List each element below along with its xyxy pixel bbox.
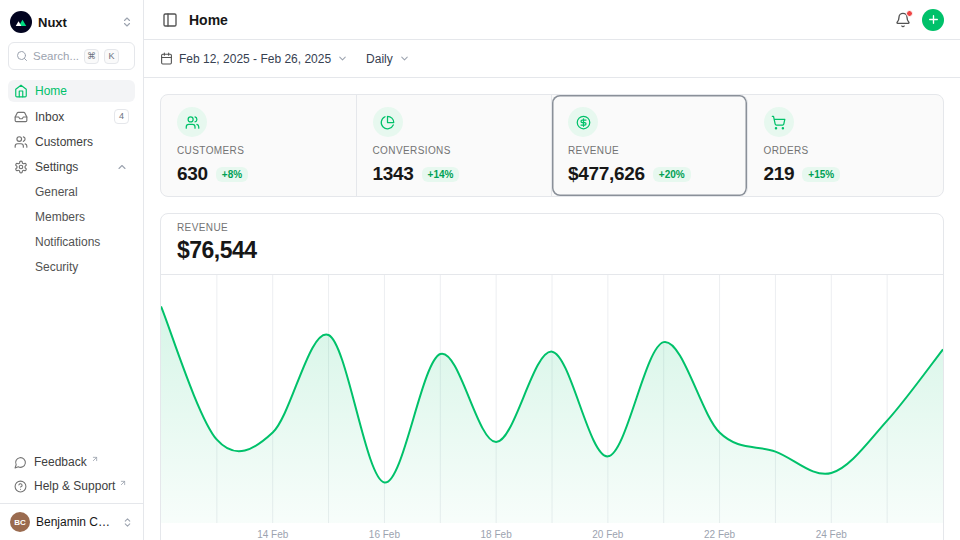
chart-body: 14 Feb16 Feb18 Feb20 Feb22 Feb24 Feb (161, 275, 943, 540)
period-select[interactable]: Daily (366, 52, 410, 66)
app-root: Nuxt Search... ⌘ K Home Inbox 4 Customer… (0, 0, 960, 540)
stat-card-customers[interactable]: Customers 630 +8% (161, 95, 357, 196)
external-link-icon (91, 455, 99, 463)
help-support-label: Help & Support (34, 479, 115, 493)
sidebar-item-label: Settings (35, 160, 78, 174)
sidebar-item-notifications[interactable]: Notifications (8, 231, 135, 253)
sidebar-item-label: Inbox (35, 110, 64, 124)
help-support-link[interactable]: Help & Support (8, 475, 135, 497)
revenue-chart-card: Revenue $76,544 14 Feb16 Feb18 Feb20 Feb… (160, 213, 944, 540)
stat-label: Revenue (568, 145, 731, 156)
k-kbd: K (104, 49, 119, 64)
message-icon (14, 456, 27, 469)
panel-left-icon (162, 12, 178, 28)
feedback-link[interactable]: Feedback (8, 451, 135, 473)
help-circle-icon (14, 480, 27, 493)
stat-card-revenue[interactable]: Revenue $477,626 +20% (552, 95, 748, 196)
workspace-selector[interactable]: Nuxt (8, 8, 135, 36)
date-range-picker[interactable]: Feb 12, 2025 - Feb 26, 2025 (160, 52, 348, 66)
stat-value: 1343 (373, 163, 414, 185)
stat-card-orders[interactable]: Orders 219 +15% (748, 95, 944, 196)
chevron-down-icon (337, 53, 348, 64)
add-button[interactable] (922, 9, 944, 31)
collapse-sidebar-button[interactable] (160, 10, 180, 30)
page-title: Home (189, 12, 228, 28)
stat-value: $477,626 (568, 163, 645, 185)
user-menu[interactable]: BC Benjamin Canac (0, 503, 143, 540)
users-icon (14, 135, 28, 149)
sidebar: Nuxt Search... ⌘ K Home Inbox 4 Customer… (0, 0, 144, 540)
sidebar-item-security[interactable]: Security (8, 256, 135, 278)
home-icon (14, 84, 28, 98)
delta-badge: +14% (422, 167, 460, 182)
pie-chart-icon (373, 107, 403, 137)
sidebar-spacer (8, 278, 135, 451)
search-input[interactable]: Search... ⌘ K (8, 42, 135, 70)
sidebar-item-home[interactable]: Home (8, 80, 135, 102)
sidebar-item-customers[interactable]: Customers (8, 131, 135, 153)
period-label: Daily (366, 52, 393, 66)
plus-icon (927, 13, 940, 26)
svg-text:24 Feb: 24 Feb (816, 529, 848, 540)
date-range-label: Feb 12, 2025 - Feb 26, 2025 (179, 52, 331, 66)
chart-metric-label: Revenue (177, 222, 927, 233)
main-area: Home Feb 12, 2025 - Feb 26, 2025 Daily (144, 0, 960, 540)
chart-header: Revenue $76,544 (161, 214, 943, 275)
chevron-updown-icon (122, 517, 133, 528)
chevron-down-icon (399, 53, 410, 64)
filters-toolbar: Feb 12, 2025 - Feb 26, 2025 Daily (144, 40, 960, 78)
revenue-chart-svg: 14 Feb16 Feb18 Feb20 Feb22 Feb24 Feb (161, 275, 943, 540)
command-kbd: ⌘ (84, 49, 99, 64)
delta-badge: +8% (216, 167, 248, 182)
users-icon (177, 107, 207, 137)
inbox-count-badge: 4 (114, 109, 129, 124)
dollar-circle-icon (568, 107, 598, 137)
stat-value: 630 (177, 163, 208, 185)
stat-value: 219 (764, 163, 795, 185)
delta-badge: +20% (653, 167, 691, 182)
delta-badge: +15% (802, 167, 840, 182)
sidebar-item-label: Customers (35, 135, 93, 149)
gear-icon (14, 160, 28, 174)
chevron-up-icon (115, 161, 129, 173)
stat-card-conversions[interactable]: Conversions 1343 +14% (357, 95, 553, 196)
settings-submenu: General Members Notifications Security (8, 181, 135, 278)
svg-text:22 Feb: 22 Feb (704, 529, 736, 540)
top-header: Home (144, 0, 960, 40)
sidebar-item-settings[interactable]: Settings (8, 156, 135, 178)
calendar-icon (160, 52, 173, 65)
dashboard-content: Customers 630 +8% Conversions 1343 +14% (144, 78, 960, 540)
stats-grid: Customers 630 +8% Conversions 1343 +14% (160, 94, 944, 197)
sidebar-item-general[interactable]: General (8, 181, 135, 203)
chevron-updown-icon (121, 16, 133, 28)
sidebar-item-members[interactable]: Members (8, 206, 135, 228)
sidebar-nav: Home Inbox 4 Customers Settings General … (8, 80, 135, 278)
external-link-icon (119, 479, 127, 487)
cart-icon (764, 107, 794, 137)
user-name: Benjamin Canac (36, 515, 116, 529)
workspace-name: Nuxt (38, 15, 67, 30)
inbox-icon (14, 110, 28, 124)
avatar: BC (10, 512, 30, 532)
stat-label: Orders (764, 145, 928, 156)
stat-label: Customers (177, 145, 340, 156)
notification-dot (906, 10, 913, 17)
sidebar-item-label: Home (35, 84, 67, 98)
svg-text:20 Feb: 20 Feb (592, 529, 624, 540)
search-placeholder: Search... (33, 50, 79, 62)
svg-text:18 Feb: 18 Feb (481, 529, 513, 540)
sidebar-item-inbox[interactable]: Inbox 4 (8, 105, 135, 128)
svg-text:16 Feb: 16 Feb (369, 529, 401, 540)
svg-text:14 Feb: 14 Feb (257, 529, 289, 540)
stat-label: Conversions (373, 145, 536, 156)
nuxt-logo-icon (10, 11, 32, 33)
search-icon (16, 50, 28, 62)
chart-metric-value: $76,544 (177, 236, 927, 264)
sidebar-footer: Feedback Help & Support (8, 451, 135, 503)
feedback-label: Feedback (34, 455, 87, 469)
notifications-button[interactable] (893, 10, 913, 30)
